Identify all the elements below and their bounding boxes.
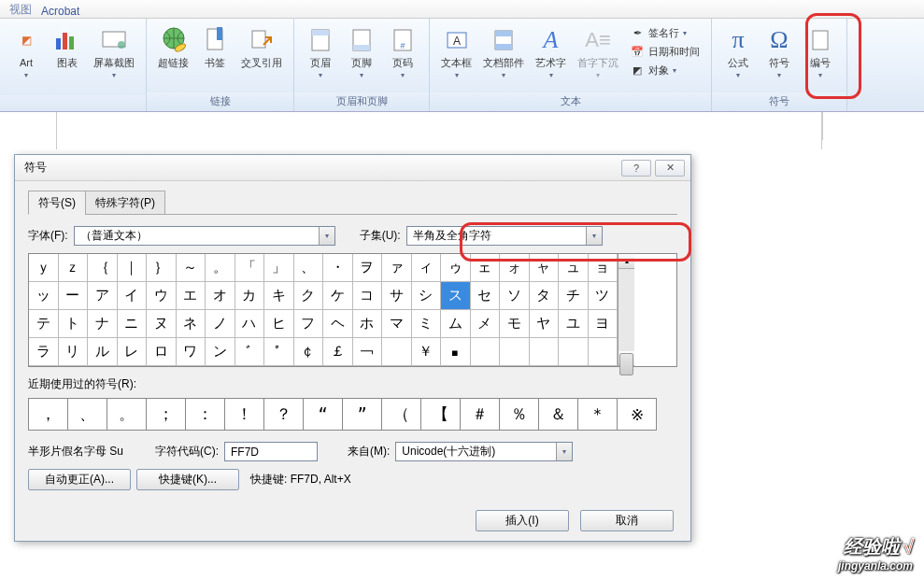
symbol-cell[interactable]: セ <box>471 282 501 310</box>
symbol-cell[interactable]: ハ <box>235 310 265 338</box>
from-combo-button[interactable]: ▾ <box>556 443 572 460</box>
symbol-cell[interactable]: ス <box>441 282 471 310</box>
symbol-cell[interactable]: シ <box>412 282 442 310</box>
dropcap-button[interactable]: A≡ 首字下沉▾ <box>572 22 624 83</box>
recent-symbol-cell[interactable]: ？ <box>264 399 304 431</box>
symbol-cell[interactable]: ナ <box>88 310 118 338</box>
datetime-button[interactable]: 📅日期和时间 <box>628 43 702 60</box>
recent-symbol-cell[interactable]: 【 <box>421 399 461 431</box>
recent-symbol-cell[interactable]: ＊ <box>578 399 618 431</box>
footer-button[interactable]: 页脚▾ <box>341 22 382 83</box>
recent-symbol-cell[interactable]: 。 <box>107 399 147 431</box>
symbol-cell[interactable]: ソ <box>500 282 530 310</box>
clipart-button[interactable]: ◩ Art▾ <box>6 22 47 83</box>
symbol-cell[interactable]: ア <box>88 282 118 310</box>
symbol-cell[interactable]: ン <box>206 338 235 366</box>
symbol-cell[interactable]: ォ <box>500 254 530 282</box>
symbol-cell[interactable]: ッ <box>29 282 59 310</box>
symbol-cell[interactable]: ゥ <box>441 254 471 282</box>
symbol-cell[interactable]: ﾟ <box>264 338 294 366</box>
wordart-button[interactable]: A 艺术字▾ <box>530 22 572 83</box>
dialog-help-button[interactable]: ? <box>621 160 651 177</box>
symbol-cell[interactable]: ロ <box>147 338 177 366</box>
symbol-cell[interactable]: ョ <box>589 254 618 282</box>
symbol-cell[interactable]: ニ <box>118 310 148 338</box>
symbol-cell[interactable]: ィ <box>412 254 442 282</box>
charcode-input[interactable] <box>224 442 318 461</box>
insert-button[interactable]: 插入(I) <box>476 510 569 531</box>
from-combo[interactable]: Unicode(十六进制) ▾ <box>395 442 573 461</box>
symbol-cell[interactable]: ヌ <box>147 310 177 338</box>
symbol-cell[interactable]: ￡ <box>323 338 353 366</box>
symbol-cell[interactable]: ー <box>59 282 89 310</box>
subset-combo-button[interactable]: ▾ <box>586 227 602 245</box>
equation-button[interactable]: π 公式▾ <box>718 22 759 83</box>
bookmark-button[interactable]: 书签 <box>194 22 235 71</box>
symbol-cell[interactable]: リ <box>59 338 89 366</box>
scroll-track[interactable] <box>618 269 634 351</box>
symbol-cell[interactable]: ル <box>88 338 118 366</box>
ribbon-tab-view-frag[interactable]: 视图 <box>9 2 32 18</box>
symbol-cell[interactable]: ｜ <box>118 254 148 282</box>
dialog-close-button[interactable]: ✕ <box>655 160 685 177</box>
font-combo[interactable]: （普通文本） ▾ <box>74 226 335 246</box>
symbol-cell[interactable]: ｙ <box>29 254 59 282</box>
pagenum-button[interactable]: # 页码▾ <box>382 22 423 83</box>
recent-symbol-cell[interactable]: ！ <box>225 399 264 431</box>
symbol-cell[interactable]: 」 <box>264 254 294 282</box>
symbol-cell[interactable]: ャ <box>530 254 560 282</box>
symbol-cell[interactable]: サ <box>382 282 412 310</box>
symbol-cell[interactable]: ｚ <box>59 254 89 282</box>
symbol-cell[interactable] <box>471 338 501 366</box>
subset-combo[interactable]: 半角及全角字符 ▾ <box>406 226 603 246</box>
chart-button[interactable]: 图表 <box>47 22 88 71</box>
symbol-cell[interactable]: ミ <box>412 310 442 338</box>
symbol-cell[interactable]: ￥ <box>412 338 442 366</box>
symbol-cell[interactable]: ネ <box>177 310 206 338</box>
header-button[interactable]: 页眉▾ <box>300 22 341 83</box>
ribbon-tab-acrobat[interactable]: Acrobat <box>41 5 79 18</box>
symbol-cell[interactable]: ヲ <box>353 254 383 282</box>
symbol-cell[interactable]: ヨ <box>589 310 618 338</box>
symbol-cell[interactable]: 「 <box>235 254 265 282</box>
recent-symbol-cell[interactable]: ％ <box>500 399 539 431</box>
symbol-cell[interactable] <box>589 338 618 366</box>
recent-symbol-cell[interactable]: ※ <box>618 399 657 431</box>
recent-symbol-cell[interactable]: （ <box>382 399 421 431</box>
symbol-cell[interactable] <box>500 338 530 366</box>
symbol-cell[interactable] <box>530 338 560 366</box>
recent-symbol-cell[interactable]: ， <box>29 399 68 431</box>
symbol-cell[interactable]: ヤ <box>530 310 560 338</box>
symbol-button[interactable]: Ω 符号▾ <box>759 22 800 83</box>
signature-button[interactable]: ✒签名行 ▾ <box>628 24 702 41</box>
symbol-cell[interactable]: カ <box>235 282 265 310</box>
symbol-cell[interactable]: イ <box>118 282 148 310</box>
symbol-cell[interactable]: チ <box>559 282 589 310</box>
symbol-cell[interactable]: メ <box>471 310 501 338</box>
symbol-cell[interactable]: ～ <box>177 254 206 282</box>
symbol-cell[interactable]: ク <box>294 282 324 310</box>
symbol-cell[interactable]: ム <box>441 310 471 338</box>
symbol-cell[interactable]: ラ <box>29 338 59 366</box>
quickparts-button[interactable]: 文档部件▾ <box>477 22 530 83</box>
symbol-cell[interactable]: フ <box>294 310 324 338</box>
symbol-cell[interactable]: ノ <box>206 310 235 338</box>
symbol-cell[interactable]: ケ <box>323 282 353 310</box>
symbol-cell[interactable]: ァ <box>382 254 412 282</box>
symbol-cell[interactable]: 。 <box>206 254 235 282</box>
font-combo-button[interactable]: ▾ <box>319 227 334 245</box>
recent-symbol-cell[interactable]: “ <box>304 399 343 431</box>
symbol-grid-scrollbar[interactable]: ▴ ▾ <box>618 254 634 366</box>
symbol-cell[interactable]: コ <box>353 282 383 310</box>
symbol-cell[interactable]: ￢ <box>353 338 383 366</box>
symbol-cell[interactable]: ト <box>59 310 89 338</box>
symbol-cell[interactable]: ュ <box>559 254 589 282</box>
symbol-cell[interactable]: ヘ <box>323 310 353 338</box>
recent-symbol-cell[interactable]: ＆ <box>539 399 578 431</box>
symbol-cell[interactable]: エ <box>177 282 206 310</box>
symbol-cell[interactable]: ワ <box>177 338 206 366</box>
symbol-cell[interactable]: マ <box>382 310 412 338</box>
crossref-button[interactable]: 交叉引用 <box>235 22 288 71</box>
symbol-cell[interactable]: ェ <box>471 254 501 282</box>
hyperlink-button[interactable]: 超链接 <box>152 22 194 71</box>
